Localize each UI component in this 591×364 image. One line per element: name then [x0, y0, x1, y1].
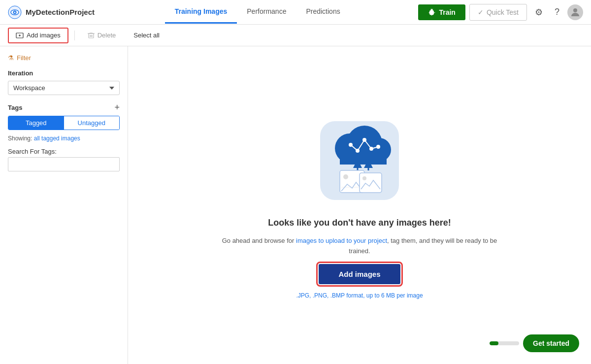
main-nav: Training Images Performance Predictions [104, 0, 410, 24]
avatar[interactable] [567, 4, 583, 20]
delete-button[interactable]: Delete [81, 29, 123, 42]
add-images-toolbar-label: Add images [27, 32, 61, 39]
logo-area: MyDetectionProject [8, 5, 97, 19]
tab-training-images[interactable]: Training Images [165, 0, 237, 24]
tagged-button[interactable]: Tagged [8, 116, 64, 130]
select-all-label: Select all [133, 32, 160, 39]
app-logo-icon [8, 5, 22, 19]
get-started-button[interactable]: Get started [523, 334, 579, 352]
svg-point-30 [343, 174, 348, 179]
tags-header: Tags + [8, 103, 120, 112]
svg-point-4 [573, 8, 577, 12]
filter-icon: ⚗ [8, 54, 14, 62]
settings-icon: ⚙ [535, 7, 543, 17]
showing-link[interactable]: all tagged images [34, 135, 80, 142]
showing-prefix: Showing: [8, 135, 34, 142]
get-started-bar [490, 341, 498, 345]
tab-performance[interactable]: Performance [237, 0, 296, 24]
search-tags-input[interactable] [8, 157, 120, 171]
train-button-label: Train [439, 8, 455, 16]
filter-row[interactable]: ⚗ Filter [8, 54, 120, 62]
add-images-toolbar-button[interactable]: Add images [8, 28, 68, 43]
filter-label: Filter [17, 54, 31, 62]
iteration-select[interactable]: Workspace [8, 81, 120, 95]
train-button[interactable]: Train [418, 4, 465, 20]
avatar-icon [569, 6, 581, 18]
quick-test-label: Quick Test [487, 8, 519, 16]
header-actions: Train ✓ Quick Test ⚙ ? [418, 4, 583, 21]
iteration-label: Iteration [8, 69, 120, 77]
main-layout: ⚗ Filter Iteration Workspace Tags + Tagg… [0, 46, 591, 364]
empty-desc-link[interactable]: images to upload to your project [296, 237, 387, 244]
svg-rect-32 [360, 173, 382, 193]
gear-train-icon [428, 8, 436, 16]
delete-label: Delete [98, 32, 116, 39]
showing-text: Showing: all tagged images [8, 135, 120, 142]
empty-state-title: Looks like you don't have any images her… [268, 218, 451, 228]
help-button[interactable]: ? [551, 5, 563, 19]
tags-toggle: Tagged Untagged [8, 116, 120, 130]
project-name: MyDetectionProject [26, 8, 95, 16]
get-started-container: Get started [490, 334, 579, 352]
get-started-progress [490, 341, 519, 345]
sidebar: ⚗ Filter Iteration Workspace Tags + Tagg… [0, 46, 128, 364]
empty-state-description: Go ahead and browse for images to upload… [212, 236, 507, 257]
untagged-button[interactable]: Untagged [64, 116, 120, 130]
quick-test-button[interactable]: ✓ Quick Test [469, 4, 527, 21]
empty-state: Looks like you don't have any images her… [212, 111, 507, 299]
empty-state-illustration [310, 111, 409, 210]
format-info: .JPG, .PNG, .BMP format, up to 6 MB per … [296, 292, 423, 299]
add-tag-button[interactable]: + [114, 103, 120, 112]
tags-label: Tags [8, 104, 22, 111]
empty-desc-before: Go ahead and browse for [222, 237, 296, 244]
app-header: MyDetectionProject Training Images Perfo… [0, 0, 591, 25]
search-tags-label: Search For Tags: [8, 148, 120, 155]
help-icon: ? [555, 7, 559, 17]
svg-point-3 [14, 11, 16, 13]
svg-rect-17 [340, 150, 387, 165]
content-toolbar: Add images Delete Select all [0, 25, 591, 46]
toolbar-divider [74, 31, 75, 40]
add-images-icon [16, 32, 24, 39]
svg-point-33 [362, 176, 366, 180]
settings-button[interactable]: ⚙ [531, 5, 547, 20]
select-all-button[interactable]: Select all [127, 29, 166, 42]
add-images-main-button[interactable]: Add images [319, 264, 400, 284]
delete-icon [88, 32, 95, 39]
main-content: Looks like you don't have any images her… [128, 46, 591, 364]
tab-predictions[interactable]: Predictions [296, 0, 350, 24]
